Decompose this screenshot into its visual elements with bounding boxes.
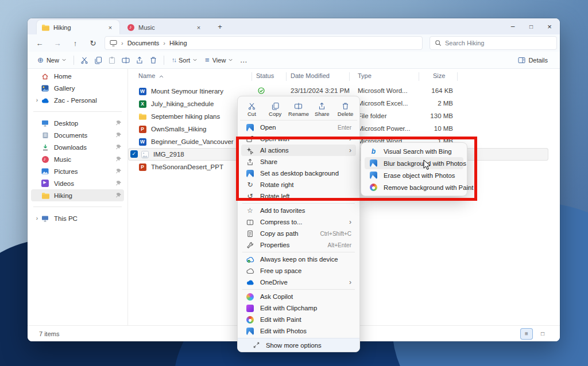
chevron-right-icon[interactable]: › <box>33 97 41 103</box>
delete-button[interactable] <box>146 53 160 67</box>
refresh-button[interactable]: ↻ <box>86 36 100 50</box>
checkbox-checked[interactable] <box>130 150 138 158</box>
breadcrumb[interactable]: › Documents › Hiking <box>105 36 423 50</box>
more-options-button[interactable]: … <box>237 53 250 67</box>
pin-icon <box>115 168 122 174</box>
copy-icon <box>94 56 102 64</box>
menu-item-properties[interactable]: Properties Alt+Enter <box>241 239 356 251</box>
documents-icon <box>41 131 49 139</box>
downloads-icon <box>41 143 49 151</box>
breadcrumb-separator: › <box>163 40 165 46</box>
submenu-item-visual-search-bing[interactable]: b Visual Search with Bing <box>365 145 463 157</box>
breadcrumb-documents[interactable]: Documents <box>127 40 160 46</box>
rename-button[interactable] <box>119 53 133 67</box>
copilot-icon <box>246 293 254 301</box>
menu-item-share[interactable]: Share <box>241 156 356 168</box>
cut-button[interactable] <box>78 53 91 67</box>
menu-item-edit-with-paint[interactable]: Edit with Paint <box>241 314 356 325</box>
up-button[interactable]: ↑ <box>68 36 83 50</box>
menu-item-ask-copilot[interactable]: Ask Copilot <box>241 291 356 302</box>
menu-item-copy-as-path[interactable]: Copy as path Ctrl+Shift+C <box>241 228 356 239</box>
details-view-icon: ≡ <box>525 330 528 337</box>
pin-icon <box>115 144 122 150</box>
column-header-date[interactable]: Date Modified <box>291 72 330 79</box>
new-button[interactable]: ⊕ New <box>33 53 70 67</box>
share-quick-button[interactable]: Share <box>310 99 334 120</box>
close-button[interactable]: × <box>540 18 559 34</box>
column-header-size[interactable]: Size <box>433 72 445 79</box>
search-input[interactable] <box>445 40 552 46</box>
paste-button[interactable] <box>105 53 119 67</box>
sidebar-item-documents[interactable]: Documents <box>31 129 124 141</box>
sidebar-item-this-pc[interactable]: › This PC <box>31 212 124 224</box>
back-button[interactable]: ← <box>32 36 47 50</box>
view-button[interactable]: ≡ View <box>201 53 237 67</box>
menu-item-show-more-options[interactable]: Show more options <box>238 338 359 352</box>
sidebar-item-videos[interactable]: Videos <box>31 177 124 189</box>
maximize-button[interactable]: □ <box>522 18 540 34</box>
toolbar-divider <box>164 56 164 65</box>
sidebar-item-downloads[interactable]: Downloads <box>31 141 124 153</box>
open-with-icon <box>246 135 254 143</box>
menu-item-compress-to[interactable]: Compress to... › <box>241 216 356 228</box>
copy-button[interactable] <box>91 53 105 67</box>
sort-button[interactable]: ↑↓ Sort <box>168 53 201 67</box>
details-pane-icon <box>518 57 525 64</box>
large-icons-view-toggle[interactable]: □ <box>537 329 548 339</box>
tab-close-icon[interactable]: × <box>106 24 115 31</box>
zip-icon <box>246 218 254 226</box>
cut-quick-button[interactable]: Cut <box>240 99 264 120</box>
menu-item-rotate-right[interactable]: ↻ Rotate right <box>241 179 356 190</box>
menu-item-open[interactable]: Open Enter <box>241 122 356 133</box>
tab-close-icon[interactable]: × <box>194 24 203 31</box>
menu-item-open-with[interactable]: Open with › <box>241 133 356 145</box>
menu-item-edit-with-clipchamp[interactable]: Edit with Clipchamp <box>241 302 356 314</box>
menu-item-rotate-left[interactable]: ↺ Rotate left <box>241 190 356 202</box>
menu-item-set-desktop-background[interactable]: Set as desktop background <box>241 168 356 179</box>
share-button[interactable] <box>133 53 146 67</box>
menu-item-edit-with-photos[interactable]: Edit with Photos <box>241 325 356 337</box>
copy-quick-button[interactable]: Copy <box>264 99 287 120</box>
chevron-down-icon <box>229 59 233 61</box>
delete-quick-button[interactable]: Delete <box>334 99 357 120</box>
pin-icon <box>115 180 122 186</box>
chevron-right-icon[interactable]: › <box>33 215 41 221</box>
new-tab-button[interactable]: + <box>214 21 226 33</box>
sidebar-item-music[interactable]: Music <box>31 153 124 165</box>
sidebar-item-gallery[interactable]: Gallery <box>31 82 124 94</box>
forward-button[interactable]: → <box>50 36 65 50</box>
ai-actions-submenu: b Visual Search with Bing Blur backgroun… <box>361 142 467 196</box>
pin-icon <box>115 132 122 138</box>
details-view-toggle[interactable]: ≡ <box>521 329 532 339</box>
column-header-type[interactable]: Type <box>358 72 372 79</box>
sort-icon: ↑↓ <box>172 57 176 63</box>
minimize-icon: – <box>511 22 515 30</box>
photos-icon <box>370 159 377 167</box>
rename-icon <box>122 56 130 64</box>
rename-quick-button[interactable]: Rename <box>287 99 311 120</box>
details-pane-button[interactable]: Details <box>514 53 552 67</box>
submenu-item-blur-background-photos[interactable]: Blur background with Photos <box>365 157 463 169</box>
menu-item-onedrive[interactable]: OneDrive › <box>241 277 356 288</box>
menu-item-ai-actions[interactable]: AI actions › <box>241 145 356 156</box>
sidebar-item-desktop[interactable]: Desktop <box>31 117 124 129</box>
sidebar-item-hiking[interactable]: Hiking <box>31 189 124 201</box>
tab-hiking[interactable]: Hiking × <box>37 20 119 34</box>
photos-icon <box>370 172 377 179</box>
sidebar-item-pictures[interactable]: Pictures <box>31 165 124 177</box>
menu-item-add-to-favorites[interactable]: ☆ Add to favorites <box>241 205 356 216</box>
submenu-item-erase-object-photos[interactable]: Erase object with Photos <box>365 169 463 181</box>
ai-sparkle-icon <box>246 146 254 154</box>
menu-item-free-up-space[interactable]: Free up space <box>241 265 356 277</box>
breadcrumb-hiking[interactable]: Hiking <box>169 40 187 46</box>
column-header-name[interactable]: Name <box>138 72 164 79</box>
sidebar-item-home[interactable]: Home <box>31 70 124 82</box>
minimize-button[interactable]: – <box>504 18 522 34</box>
chevron-down-icon <box>62 59 66 61</box>
menu-item-always-keep-on-device[interactable]: Always keep on this device <box>241 254 356 265</box>
search-box[interactable] <box>430 36 557 50</box>
tab-music[interactable]: Music × <box>123 20 208 34</box>
submenu-item-remove-background-paint[interactable]: Remove background with Paint <box>365 181 463 193</box>
column-header-status[interactable]: Status <box>256 72 274 79</box>
sidebar-item-onedrive-personal[interactable]: › Zac - Personal <box>31 94 124 106</box>
